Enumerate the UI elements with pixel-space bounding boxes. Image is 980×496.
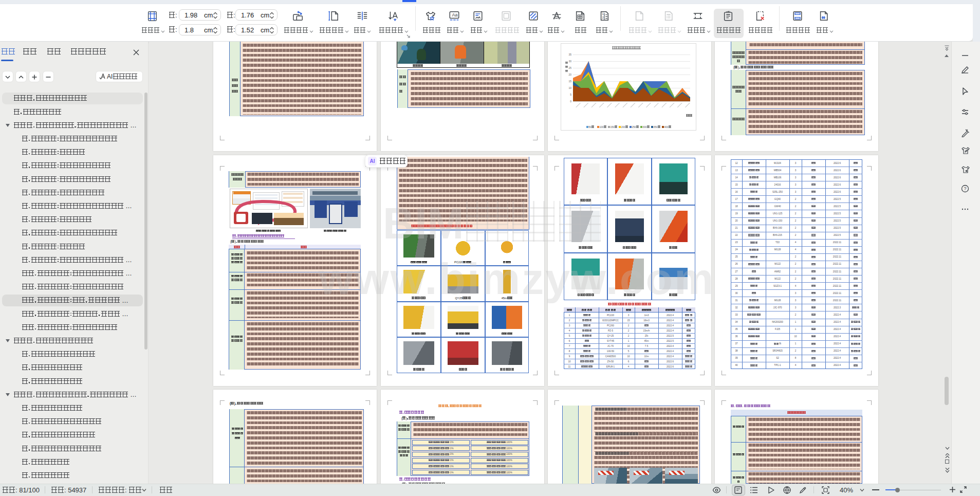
svg-text:?: ?: [964, 186, 967, 191]
svg-text:Aa: Aa: [452, 12, 458, 17]
svg-text:1: 1: [602, 12, 604, 15]
svg-text:2: 2: [602, 16, 603, 19]
